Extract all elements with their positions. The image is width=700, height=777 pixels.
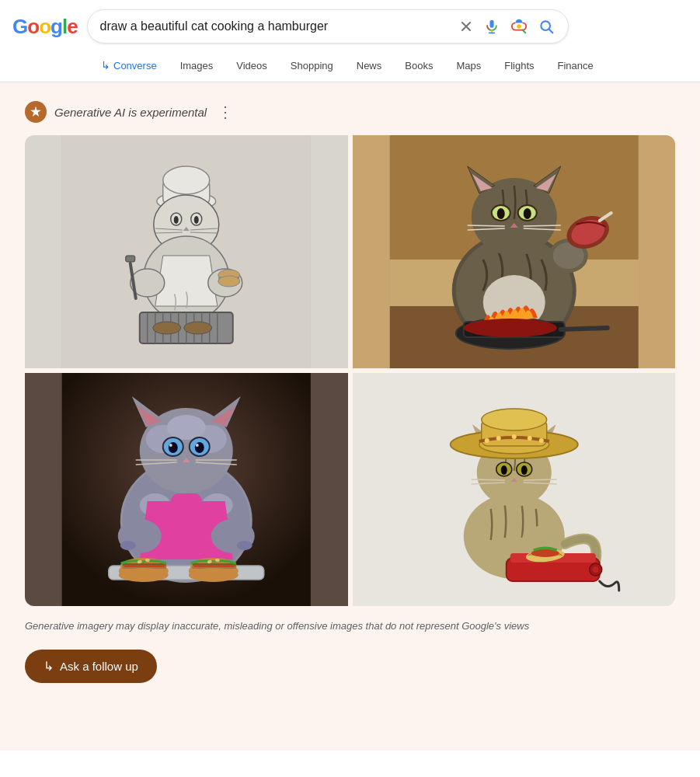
search-input[interactable] — [100, 19, 451, 33]
svg-point-94 — [196, 444, 199, 447]
tab-shopping[interactable]: Shopping — [280, 52, 344, 82]
ai-icon — [25, 101, 47, 123]
tab-maps[interactable]: Maps — [445, 52, 492, 82]
svg-point-91 — [169, 442, 178, 453]
svg-point-131 — [521, 465, 527, 475]
svg-point-103 — [237, 541, 252, 550]
svg-point-92 — [195, 442, 204, 453]
search-icons — [458, 16, 555, 37]
svg-point-150 — [592, 566, 598, 573]
svg-point-144 — [527, 436, 531, 441]
svg-rect-25 — [126, 256, 135, 262]
clear-button[interactable] — [458, 18, 475, 35]
svg-point-84 — [167, 415, 206, 440]
svg-point-145 — [538, 438, 543, 443]
cat-image-3[interactable] — [25, 373, 348, 606]
image-grid — [25, 135, 675, 606]
cat-image-4[interactable] — [353, 373, 676, 606]
svg-rect-80 — [171, 493, 202, 509]
ai-label: Generative AI is experimental — [54, 106, 207, 119]
svg-point-140 — [481, 409, 546, 430]
svg-rect-0 — [489, 20, 493, 28]
svg-point-142 — [496, 436, 500, 441]
tab-news[interactable]: News — [346, 52, 393, 82]
disclaimer-text: Generative imagery may display inaccurat… — [25, 618, 675, 634]
cat-image-1[interactable] — [25, 135, 348, 368]
search-bar — [87, 9, 569, 44]
svg-line-135 — [523, 479, 556, 480]
google-lens-button[interactable] — [509, 16, 529, 37]
ai-more-button[interactable]: ⋮ — [218, 103, 233, 121]
header-top: Google — [12, 9, 688, 44]
search-button[interactable] — [537, 17, 555, 36]
svg-point-143 — [511, 434, 516, 439]
followup-arrow-icon: ↳ — [44, 659, 54, 674]
svg-point-102 — [120, 541, 136, 550]
svg-point-40 — [153, 322, 181, 334]
svg-point-130 — [500, 465, 507, 475]
svg-rect-109 — [124, 565, 165, 567]
google-logo[interactable]: Google — [12, 15, 78, 39]
converse-arrow-icon: ↳ — [101, 59, 110, 71]
svg-line-59 — [467, 225, 504, 226]
svg-point-56 — [496, 208, 504, 219]
ask-followup-button[interactable]: ↳ Ask a follow up — [25, 650, 157, 683]
svg-point-14 — [174, 216, 179, 224]
svg-line-133 — [471, 479, 504, 480]
svg-line-70 — [560, 328, 607, 329]
tab-images[interactable]: Images — [169, 52, 225, 82]
svg-point-110 — [119, 568, 169, 582]
svg-point-116 — [189, 568, 239, 582]
ai-header: Generative AI is experimental ⋮ — [25, 101, 675, 123]
tab-finance[interactable]: Finance — [547, 52, 604, 82]
main-content: Generative AI is experimental ⋮ — [0, 82, 700, 751]
tab-flights[interactable]: Flights — [493, 52, 545, 82]
tab-converse[interactable]: ↳ Converse — [90, 51, 168, 82]
svg-point-28 — [218, 276, 240, 287]
cat-image-2[interactable] — [353, 135, 676, 368]
tab-books[interactable]: Books — [394, 52, 444, 82]
nav-tabs: ↳ Converse Images Videos Shopping News B… — [12, 51, 688, 82]
svg-point-15 — [194, 216, 199, 224]
svg-rect-115 — [194, 565, 235, 567]
svg-point-93 — [169, 444, 172, 447]
tab-videos[interactable]: Videos — [225, 52, 278, 82]
svg-point-41 — [184, 322, 212, 334]
svg-point-10 — [163, 166, 210, 194]
microphone-button[interactable] — [482, 17, 501, 36]
svg-point-141 — [484, 438, 489, 443]
svg-point-57 — [523, 208, 531, 219]
svg-point-3 — [517, 24, 521, 29]
svg-line-61 — [523, 225, 560, 226]
header: Google — [0, 0, 700, 82]
svg-line-5 — [549, 30, 552, 33]
svg-point-71 — [463, 319, 556, 337]
